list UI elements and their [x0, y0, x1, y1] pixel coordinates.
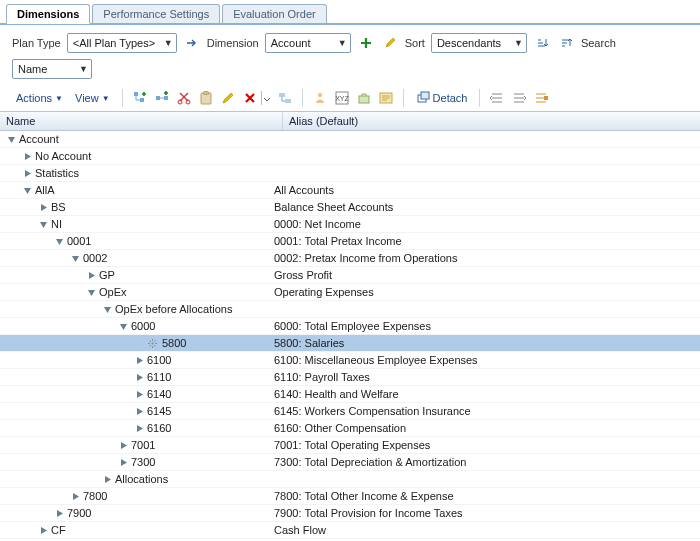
dimension-select[interactable]: Account ▼: [265, 33, 351, 53]
expand-icon[interactable]: [118, 457, 128, 467]
svg-rect-3: [164, 96, 168, 100]
cut-icon[interactable]: [175, 89, 193, 107]
usage-icon[interactable]: [355, 89, 373, 107]
delete-dropdown-icon[interactable]: [261, 91, 272, 105]
svg-rect-2: [156, 96, 160, 100]
member-name: 6110: [147, 371, 171, 383]
tree-row[interactable]: BSBalance Sheet Accounts: [0, 199, 700, 216]
assign-icon[interactable]: [276, 89, 294, 107]
member-name: BS: [51, 201, 66, 213]
tree-row[interactable]: Statistics: [0, 165, 700, 182]
collapse-icon[interactable]: [70, 253, 80, 263]
add-sibling-icon[interactable]: [153, 89, 171, 107]
edit-dimension-icon[interactable]: [381, 34, 399, 52]
tree-row[interactable]: 61406140: Health and Welfare: [0, 386, 700, 403]
expand-icon[interactable]: [134, 406, 144, 416]
detach-button[interactable]: Detach: [412, 89, 472, 107]
member-alias: Cash Flow: [270, 524, 700, 536]
tree-name-cell: 7300: [0, 456, 270, 468]
expand-icon[interactable]: [38, 525, 48, 535]
dimension-value: Account: [271, 37, 335, 49]
sort-desc-icon[interactable]: [557, 34, 575, 52]
show-ancestors-icon[interactable]: [311, 89, 329, 107]
tree-row[interactable]: 60006000: Total Employee Expenses: [0, 318, 700, 335]
member-name: 7300: [131, 456, 155, 468]
collapse-icon[interactable]: [22, 185, 32, 195]
sort-select[interactable]: Descendants ▼: [431, 33, 527, 53]
expand-icon[interactable]: [38, 202, 48, 212]
collapse-icon[interactable]: [102, 304, 112, 314]
properties-icon[interactable]: [377, 89, 395, 107]
expand-icon[interactable]: [134, 389, 144, 399]
expand-icon[interactable]: [22, 168, 32, 178]
tab-dimensions[interactable]: Dimensions: [6, 4, 90, 24]
filter-bar: Plan Type <All Plan Types> ▼ Dimension A…: [0, 25, 700, 87]
tree-row[interactable]: 70017001: Total Operating Expenses: [0, 437, 700, 454]
show-selected-icon[interactable]: [532, 89, 550, 107]
tree-name-cell: 0002: [0, 252, 270, 264]
collapse-all-icon[interactable]: [510, 89, 528, 107]
collapse-icon[interactable]: [86, 287, 96, 297]
expand-all-icon[interactable]: [488, 89, 506, 107]
filter-formula-icon[interactable]: XYZ: [333, 89, 351, 107]
plan-type-select[interactable]: <All Plan Types> ▼: [67, 33, 177, 53]
svg-rect-1: [140, 98, 144, 102]
expand-icon[interactable]: [118, 440, 128, 450]
actions-menu[interactable]: Actions▼: [12, 90, 67, 106]
tree-row[interactable]: NI0000: Net Income: [0, 216, 700, 233]
edit-icon[interactable]: [219, 89, 237, 107]
view-menu[interactable]: View▼: [71, 90, 114, 106]
tree-row[interactable]: OpExOperating Expenses: [0, 284, 700, 301]
tab-performance-settings[interactable]: Performance Settings: [92, 4, 220, 23]
tree-row[interactable]: OpEx before Allocations: [0, 301, 700, 318]
expand-icon[interactable]: [22, 151, 32, 161]
tree-name-cell: OpEx before Allocations: [0, 303, 270, 315]
plan-type-go-icon[interactable]: [183, 34, 201, 52]
expand-icon[interactable]: [70, 491, 80, 501]
col-alias[interactable]: Alias (Default): [283, 112, 364, 130]
collapse-icon[interactable]: [6, 134, 16, 144]
add-child-icon[interactable]: [131, 89, 149, 107]
collapse-icon[interactable]: [54, 236, 64, 246]
tree-row[interactable]: 61106110: Payroll Taxes: [0, 369, 700, 386]
tree-row[interactable]: 61456145: Workers Compensation Insurance: [0, 403, 700, 420]
tree-row[interactable]: Allocations: [0, 471, 700, 488]
member-alias: Balance Sheet Accounts: [270, 201, 700, 213]
paste-icon[interactable]: [197, 89, 215, 107]
tree-row[interactable]: AllAAll Accounts: [0, 182, 700, 199]
col-name[interactable]: Name: [0, 112, 283, 130]
member-name: Account: [19, 133, 59, 145]
tree-row[interactable]: 58005800: Salaries: [0, 335, 700, 352]
expand-icon[interactable]: [134, 423, 144, 433]
expand-icon[interactable]: [54, 508, 64, 518]
expand-icon[interactable]: [86, 270, 96, 280]
member-alias: 7001: Total Operating Expenses: [270, 439, 700, 451]
tree-row[interactable]: Account: [0, 131, 700, 148]
tree-row[interactable]: CFCash Flow: [0, 522, 700, 539]
tab-bar: Dimensions Performance Settings Evaluati…: [0, 0, 700, 25]
member-alias: 6145: Workers Compensation Insurance: [270, 405, 700, 417]
search-label: Search: [581, 37, 616, 49]
member-name: NI: [51, 218, 62, 230]
tree-row[interactable]: 79007900: Total Provision for Income Tax…: [0, 505, 700, 522]
tab-evaluation-order[interactable]: Evaluation Order: [222, 4, 327, 23]
tree-row[interactable]: 00010001: Total Pretax Income: [0, 233, 700, 250]
search-field-select[interactable]: Name ▼: [12, 59, 92, 79]
delete-icon[interactable]: [241, 89, 259, 107]
collapse-icon[interactable]: [38, 219, 48, 229]
sort-asc-icon[interactable]: [533, 34, 551, 52]
expand-icon[interactable]: [134, 355, 144, 365]
tree-row[interactable]: 73007300: Total Depreciation & Amortizat…: [0, 454, 700, 471]
tree-row[interactable]: 78007800: Total Other Income & Expense: [0, 488, 700, 505]
tree-row[interactable]: 61006100: Miscellaneous Employee Expense…: [0, 352, 700, 369]
expand-icon[interactable]: [102, 474, 112, 484]
tree-name-cell: 7001: [0, 439, 270, 451]
tree-row[interactable]: 00020002: Pretax Income from Operations: [0, 250, 700, 267]
add-dimension-icon[interactable]: [357, 34, 375, 52]
tree-row[interactable]: 61606160: Other Compensation: [0, 420, 700, 437]
separator: [403, 89, 404, 107]
expand-icon[interactable]: [134, 372, 144, 382]
tree-row[interactable]: No Account: [0, 148, 700, 165]
collapse-icon[interactable]: [118, 321, 128, 331]
tree-row[interactable]: GPGross Profit: [0, 267, 700, 284]
